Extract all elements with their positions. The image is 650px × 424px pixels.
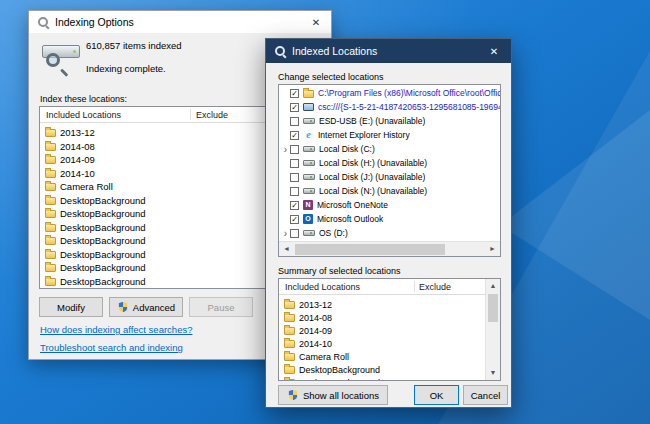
cancel-button[interactable]: Cancel [463,385,508,405]
exclude-column-header[interactable]: Exclude [196,110,228,120]
summary-rows: 2013-122014-082014-092014-10Camera RollD… [279,296,485,380]
folder-icon [284,340,295,348]
horizontal-scrollbar[interactable]: ◄ ► [279,241,500,256]
indexed-location-row[interactable]: Local Disk (J:) (Unavailable) [279,170,500,184]
list-item[interactable]: 2014-10 [279,337,485,350]
uac-shield-icon [117,301,129,313]
indexed-location-row[interactable]: ›Local Disk (C:) [279,142,500,156]
location-checkbox[interactable] [290,145,299,154]
folder-icon [45,156,56,164]
location-checkbox[interactable]: ✓ [290,89,299,98]
location-checkbox[interactable] [290,187,299,196]
ok-button[interactable]: OK [414,385,459,405]
scroll-down-icon[interactable]: ▼ [486,366,500,380]
indexing-searches-help-link[interactable]: How does indexing affect searches? [40,324,192,335]
list-item[interactable]: DesktopBackground [279,363,485,376]
expander-icon[interactable]: › [281,229,290,238]
change-selected-locations-label: Change selected locations [278,72,384,82]
folder-icon [45,197,56,205]
exclude-column-header[interactable]: Exclude [419,282,451,292]
folder-icon [45,251,56,259]
drive-icon [303,174,315,180]
indexed-location-row[interactable]: Local Disk (H:) (Unavailable) [279,156,500,170]
show-all-locations-button[interactable]: Show all locations [278,385,388,405]
indexing-drive-search-icon [42,42,82,80]
horizontal-scrollbar-thumb[interactable] [295,244,445,255]
location-checkbox[interactable] [290,159,299,168]
indexed-location-row[interactable]: ESD-USB (E:) (Unavailable) [279,114,500,128]
indexed-location-row[interactable]: ✓csc:///{S-1-5-21-4187420653-1295681085-… [279,100,500,114]
computer-icon [303,103,314,111]
list-item[interactable]: DesktopBackground [279,376,485,380]
indexed-location-row[interactable]: ›OS (D:) [279,226,500,240]
location-label: DesktopBackground [60,208,146,219]
location-label: Camera Roll [60,181,113,192]
location-checkbox[interactable] [290,229,299,238]
items-indexed-text: 610,857 items indexed [86,40,182,51]
folder-icon [284,327,295,335]
location-label: DesktopBackground [60,276,146,287]
summary-label: Summary of selected locations [278,266,401,276]
location-checkbox[interactable]: ✓ [290,201,299,210]
list-item[interactable]: 2014-09 [279,324,485,337]
modify-button[interactable]: Modify [39,297,103,317]
indexed-locations-titlebar[interactable]: Indexed Locations ✕ [266,39,511,63]
close-icon[interactable]: ✕ [477,39,511,63]
drive-icon [303,188,315,194]
indexed-location-row[interactable]: ✓NMicrosoft OneNote [279,198,500,212]
magnifier-shape [46,53,60,67]
indexed-locations-dialog: Indexed Locations ✕ Change selected loca… [265,38,512,408]
drive-icon [303,160,315,166]
index-locations-label: Index these locations: [40,94,127,104]
summary-list: Included Locations Exclude 2013-122014-0… [278,278,501,381]
location-label: OS (D:) [319,228,348,238]
indexed-location-row[interactable]: Local Disk (N:) (Unavailable) [279,184,500,198]
location-label: DesktopBackground [299,365,380,375]
indexed-locations-window-icon [274,45,286,57]
included-locations-column-header[interactable]: Included Locations [285,282,360,292]
location-label: DesktopBackground [60,249,146,260]
scroll-left-icon[interactable]: ◄ [279,242,294,256]
uac-shield-icon [287,389,299,401]
location-label: Camera Roll [299,352,349,362]
list-item[interactable]: 2014-08 [279,311,485,324]
indexed-location-row[interactable]: ✓OMicrosoft Outlook [279,212,500,226]
folder-icon [45,143,56,151]
show-all-locations-label: Show all locations [303,390,379,401]
vertical-scrollbar[interactable]: ▲ ▼ [485,279,500,380]
list-item[interactable]: Camera Roll [279,350,485,363]
column-divider [190,109,191,120]
location-checkbox[interactable]: ✓ [290,131,299,140]
location-label: csc:///{S-1-5-21-4187420653-1295681085-1… [318,102,500,112]
location-label: Microsoft OneNote [317,200,388,210]
location-checkbox[interactable] [290,173,299,182]
vertical-scrollbar-thumb[interactable] [488,294,498,322]
location-label: DesktopBackground [60,235,146,246]
location-checkbox[interactable]: ✓ [290,103,299,112]
folder-icon [284,314,295,322]
advanced-button[interactable]: Advanced [109,297,183,317]
close-icon[interactable]: ✕ [301,11,331,33]
troubleshoot-indexing-link[interactable]: Troubleshoot search and indexing [40,342,183,353]
location-label: 2014-09 [299,326,332,336]
indexed-location-row[interactable]: ✓C:\Program Files (x86)\Microsoft Office… [279,86,500,100]
location-label: DesktopBackground [299,378,380,381]
indexing-options-titlebar[interactable]: Indexing Options ✕ [29,11,331,33]
expander-icon[interactable]: › [281,145,290,154]
location-label: Microsoft Outlook [317,214,383,224]
scroll-up-icon[interactable]: ▲ [486,279,500,293]
pause-button[interactable]: Pause [189,297,253,317]
location-checkbox[interactable] [290,117,299,126]
location-label: 2014-08 [60,141,95,152]
list-item[interactable]: 2013-12 [279,298,485,311]
onenote-icon: N [303,200,313,210]
included-locations-column-header[interactable]: Included Locations [46,110,121,120]
desktop: Indexing Options ✕ 610,857 items indexed… [0,0,650,424]
folder-icon [303,90,314,98]
magnifier-handle-shape [60,68,68,76]
window-title: Indexed Locations [292,45,377,57]
scroll-right-icon[interactable]: ► [485,242,500,256]
location-checkbox[interactable]: ✓ [290,215,299,224]
indexed-location-row[interactable]: ✓eInternet Explorer History [279,128,500,142]
folder-icon [45,278,56,286]
